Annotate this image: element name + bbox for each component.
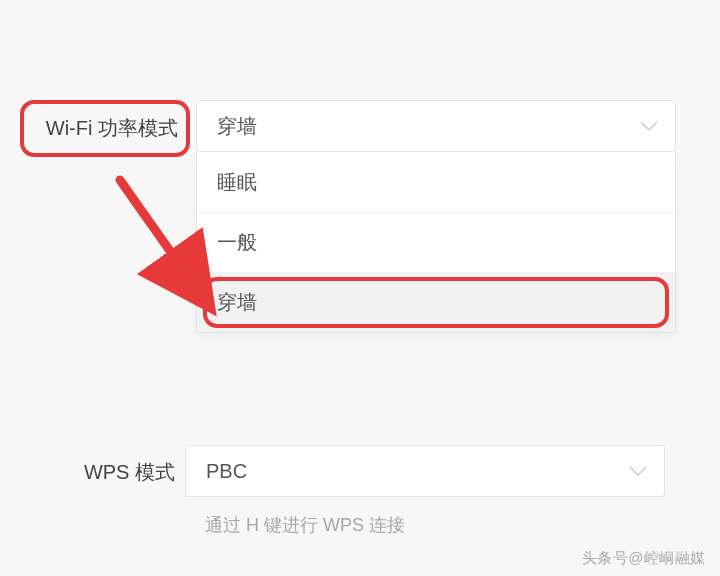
wps-mode-select-value: PBC: [206, 460, 247, 483]
wifi-power-label-text: Wi-Fi 功率模式: [46, 117, 178, 139]
wifi-power-option-sleep[interactable]: 睡眠: [197, 152, 675, 212]
wps-mode-field: PBC 通过 H 键进行 WPS 连接: [185, 445, 665, 537]
wps-mode-label: WPS 模式: [20, 445, 185, 500]
wps-helper-text: 通过 H 键进行 WPS 连接: [185, 513, 665, 537]
wifi-power-option-through-wall[interactable]: 穿墙: [197, 272, 675, 332]
wifi-power-select[interactable]: 穿墙: [196, 100, 676, 152]
option-label: 穿墙: [217, 289, 257, 316]
annotation-highlight-box: [203, 277, 669, 328]
wps-mode-label-text: WPS 模式: [84, 461, 175, 483]
wps-mode-row: WPS 模式 PBC 通过 H 键进行 WPS 连接: [20, 445, 665, 537]
wifi-power-row: Wi-Fi 功率模式 穿墙 睡眠 一般 穿墙: [20, 100, 676, 333]
watermark-text: 头条号@崆峒融媒: [582, 549, 706, 568]
wps-mode-select[interactable]: PBC: [185, 445, 665, 497]
wifi-power-field: 穿墙 睡眠 一般 穿墙: [196, 100, 676, 333]
option-label: 一般: [217, 229, 257, 256]
wifi-power-select-value: 穿墙: [217, 113, 257, 140]
chevron-down-icon: [639, 120, 659, 132]
option-label: 睡眠: [217, 169, 257, 196]
wifi-power-dropdown: 睡眠 一般 穿墙: [196, 152, 676, 333]
wifi-power-option-normal[interactable]: 一般: [197, 212, 675, 272]
chevron-down-icon: [628, 465, 648, 477]
wifi-power-label: Wi-Fi 功率模式: [20, 100, 190, 157]
